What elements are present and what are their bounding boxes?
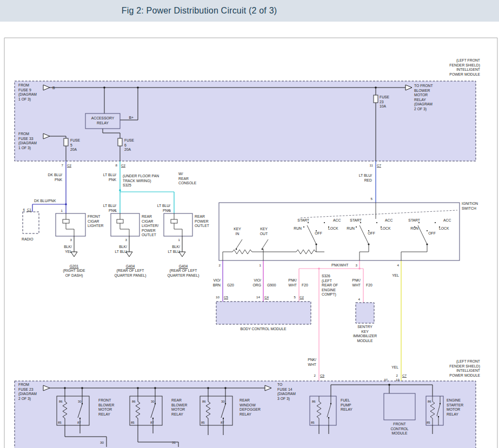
rear-power-outlet-box (164, 213, 192, 236)
page: Fig 2: Power Distribution Circuit (2 of … (0, 0, 499, 448)
diagram-label: 8 (116, 163, 118, 167)
diagram-label: 5 (294, 295, 296, 299)
diagram-label: LT BLU/RED (359, 173, 372, 182)
diagram-label: START (350, 218, 362, 222)
diagram-label: C5 (224, 295, 228, 299)
diagram-label: G404 (126, 264, 135, 268)
diagram-label: 30 (151, 400, 155, 403)
diagram-label: 4 (358, 297, 361, 301)
diagram-label: START (408, 218, 420, 222)
diagram-label: 11 (370, 163, 374, 167)
diagram-label: 37 (384, 378, 388, 382)
radio-box (23, 212, 39, 233)
ignition-wiper-3 (414, 222, 440, 245)
diagram-label: ACC (333, 218, 341, 222)
diagram-label: BLK/LT BLU (168, 245, 181, 253)
ipm-top-module (15, 81, 476, 161)
diagram-label: G900 (267, 283, 276, 287)
diagram-label: 3 (70, 238, 72, 242)
front-cigar-lighter-label: FRONTCIGARLIGHTER (88, 215, 104, 228)
ground-wires (71, 236, 185, 257)
diagram-label: PNK/WHT (308, 358, 316, 366)
diagram-label: RUN (410, 226, 418, 230)
diagram-label: RUN (347, 226, 355, 230)
diagram-label: KEYOUT (260, 227, 268, 236)
diagram-label: (REAR OF LEFTQUARTER PANEL) (167, 269, 199, 278)
diagram-label: OFF (368, 231, 375, 235)
diagram-label: C1 (27, 208, 31, 211)
diagram-label: 1 (260, 263, 262, 267)
diagram-label: 7 (62, 163, 64, 167)
diagram-label: 2 (396, 373, 398, 377)
fuse6-icon (118, 138, 122, 146)
diagram-label: 31 (172, 440, 176, 444)
diagram-label: C4 (264, 295, 269, 299)
diagram-label: 4 (397, 263, 400, 267)
diagram-label: (RIGHT SIDEOF DASH) (63, 269, 85, 278)
radio-label: RADIO (22, 237, 34, 241)
s326-label: S326(LEFTREAR OFENGINECOMPT) (322, 274, 338, 297)
diagram-label: B+ (129, 116, 134, 119)
diagram-label: 3 (356, 263, 358, 267)
diagram-label: G20 (227, 283, 234, 287)
ignition-switch-box (219, 203, 460, 260)
diagram-label: START (297, 218, 309, 222)
diagram-label: F20 (366, 283, 372, 287)
diagram-label: 30 (100, 440, 104, 444)
diagram-label: PNK/WHT (352, 278, 361, 287)
diagram-label: ACC (443, 218, 451, 222)
diagram-label: 87 (150, 421, 154, 424)
diagram-label: LOCK (439, 226, 449, 230)
diagram-label: 85 (311, 421, 315, 424)
diagram-label: F20 (302, 283, 308, 287)
diagram-label: 86 (428, 400, 431, 403)
diagram-label: LOCK (328, 226, 338, 230)
diagram-label: 2 (314, 373, 316, 377)
bcm-label: BODY CONTROL MODULE (241, 327, 287, 331)
diagram-label: 87 (77, 421, 81, 424)
diagram-label: 85 (201, 421, 205, 424)
rear-cigar-lighter-box (111, 213, 139, 236)
diagram-label: G404 (179, 264, 188, 268)
diagram-label: 85 (427, 421, 430, 424)
s325-label: (UNDER FLOOR PANTRACK WIRING)S325 (123, 174, 159, 187)
diagram-label: C7 (402, 373, 407, 377)
diagram-label: B (52, 86, 55, 90)
diagram-label: 86 (312, 400, 316, 403)
diagram-label: KEYIN (234, 227, 241, 236)
ipm-top-label: (LEFT FRONTFENDER SHIELD)INTELLIGENTPOWE… (449, 58, 480, 76)
diagram-label: BLK/LT BLU (115, 245, 128, 253)
diagram-label: C9 (320, 373, 324, 377)
diagram-label: 30 (78, 400, 82, 403)
diagram-label: W/REARCONSOLE (178, 172, 197, 185)
diagram-label: YEL (392, 273, 399, 277)
diagram-label: 85 (131, 421, 135, 424)
sentry-key-label: SENTRYKEYIMMOBILIZERMODULE (353, 325, 377, 343)
ipm-bottom-label: (LEFT FRONTFENDER SHIELD)INTELLIGENTPOWE… (449, 359, 480, 377)
diagram-label: 87 (221, 421, 224, 424)
diagram-label: 3 (169, 209, 171, 212)
diagram-label: LT BLU/PNK (103, 173, 117, 182)
fuse5-icon (64, 138, 68, 146)
figure-title: Fig 2: Power Distribution Circuit (2 of … (122, 6, 277, 16)
diagram-label: C7 (377, 163, 381, 167)
diagram-label: RUN (294, 226, 302, 230)
fuse23-icon (374, 95, 378, 103)
diagram-label: DK BLU/PNK (48, 173, 63, 182)
diagram-label: 10 (216, 295, 219, 299)
sentry-key-module-box (356, 303, 374, 323)
diagram-label: OFF (315, 231, 322, 235)
diagram-label: VIO/ORG (253, 278, 262, 287)
diagram-label: ACC (385, 218, 392, 222)
rear-power-outlet-label: REARPOWEROUTLET (195, 215, 209, 228)
diagram-label: C2 (67, 163, 71, 167)
rear-cigar-lighter-label: REARCIGARLIGHTER/POWEROUTLET (142, 215, 158, 237)
diagram-label: 86 (59, 400, 63, 403)
diagram-label: 86 (202, 400, 206, 403)
diagram-label: 86 (132, 400, 136, 403)
diagram-label: (REAR OF LEFTQUARTER PANEL) (114, 269, 146, 278)
diagram-label: 1 (178, 238, 181, 242)
wiring-diagram: (LEFT FRONTFENDER SHIELD)INTELLIGENTPOWE… (0, 22, 499, 448)
diagram-label: 19 (396, 378, 400, 382)
diagram-label: C2 (300, 295, 304, 299)
